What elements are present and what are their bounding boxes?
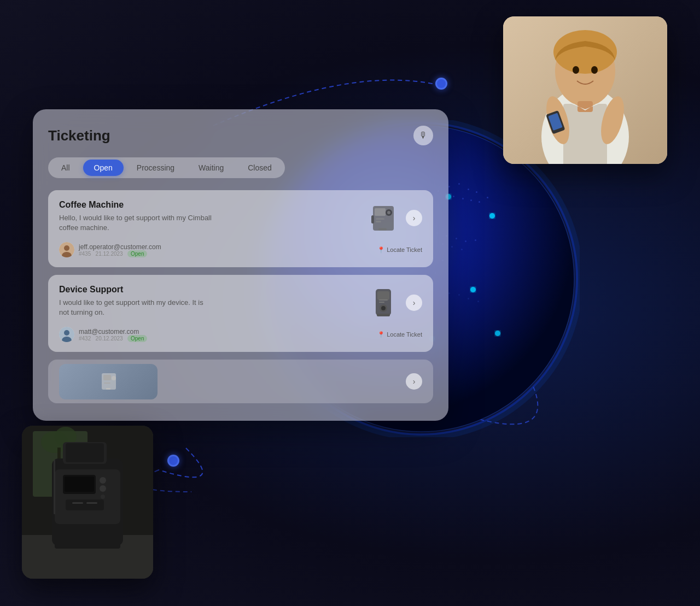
coffee-machine-image bbox=[22, 426, 153, 579]
ticket-2-email: matt@customer.com bbox=[79, 328, 147, 336]
svg-rect-151 bbox=[72, 502, 83, 504]
ticket-1-footer: jeff.operator@customer.com #435 21.12.20… bbox=[59, 242, 422, 257]
ticket-2-locate[interactable]: 📍 Locate Ticket bbox=[377, 331, 422, 338]
ticket-1-description: Hello, I would like to get support with … bbox=[59, 213, 212, 233]
ticket-card-partial: › bbox=[48, 360, 433, 403]
connector-dot-top bbox=[435, 78, 447, 90]
mic-icon: 🎙 bbox=[419, 131, 428, 140]
tab-waiting[interactable]: Waiting bbox=[188, 160, 235, 176]
ticket-card-device-support: Device Support I would like to get suppo… bbox=[48, 275, 433, 352]
filter-tabs: All Open Processing Waiting Closed bbox=[48, 157, 285, 178]
svg-rect-154 bbox=[55, 540, 120, 549]
ticket-1-locate[interactable]: 📍 Locate Ticket bbox=[377, 246, 422, 254]
svg-rect-153 bbox=[57, 510, 118, 519]
locate-icon-2: 📍 bbox=[377, 331, 385, 338]
svg-rect-112 bbox=[379, 302, 384, 303]
ticket-card-coffee-machine: Coffee Machine Hello, I would like to ge… bbox=[48, 190, 433, 267]
svg-rect-101 bbox=[376, 221, 381, 222]
photo-card-coffee-machine bbox=[22, 426, 153, 579]
page-title: Ticketing bbox=[48, 127, 110, 144]
ticket-2-title: Device Support bbox=[59, 285, 363, 295]
ticket-2-description: I would like to get support with my devi… bbox=[59, 298, 212, 317]
panel-header: Ticketing 🎙 bbox=[48, 126, 433, 145]
ticket-2-meta: #432 20.12.2023 Open bbox=[79, 336, 147, 342]
ticket-3-chevron[interactable]: › bbox=[406, 373, 422, 390]
ticketing-panel: Ticketing 🎙 All Open Processing Waiting … bbox=[33, 109, 448, 421]
ticket-1-meta: #435 21.12.2023 Open bbox=[79, 251, 161, 257]
svg-rect-102 bbox=[378, 228, 387, 231]
svg-rect-125 bbox=[563, 104, 607, 164]
tab-processing[interactable]: Processing bbox=[126, 160, 185, 176]
ticket-2-status: Open bbox=[127, 335, 147, 342]
svg-rect-121 bbox=[106, 388, 110, 390]
svg-point-148 bbox=[100, 485, 106, 492]
ticket-1-email: jeff.operator@customer.com bbox=[79, 243, 161, 251]
svg-rect-146 bbox=[65, 476, 94, 492]
ticket-2-avatar bbox=[59, 327, 74, 342]
svg-rect-103 bbox=[371, 215, 374, 223]
svg-point-149 bbox=[101, 495, 105, 499]
svg-rect-100 bbox=[376, 218, 384, 220]
svg-rect-152 bbox=[86, 502, 97, 504]
ticket-2-footer: matt@customer.com #432 20.12.2023 Open 📍… bbox=[59, 327, 422, 342]
svg-rect-113 bbox=[377, 314, 390, 316]
ticket-2-image bbox=[363, 285, 401, 320]
mic-button[interactable]: 🎙 bbox=[413, 126, 433, 145]
ticket-2-content: Device Support I would like to get suppo… bbox=[59, 285, 363, 317]
locate-icon: 📍 bbox=[377, 246, 385, 254]
svg-point-99 bbox=[387, 211, 390, 214]
connector-dot-bottom bbox=[167, 455, 179, 467]
svg-point-115 bbox=[64, 330, 69, 336]
svg-rect-118 bbox=[103, 375, 111, 380]
ticket-1-content: Coffee Machine Hello, I would like to ge… bbox=[59, 200, 363, 233]
photo-card-person bbox=[503, 16, 667, 164]
svg-rect-111 bbox=[379, 299, 388, 301]
svg-rect-120 bbox=[104, 383, 110, 384]
ticket-1-title: Coffee Machine bbox=[59, 200, 363, 210]
ticket-1-image bbox=[363, 200, 401, 236]
svg-point-105 bbox=[64, 245, 69, 251]
svg-point-147 bbox=[100, 477, 106, 484]
ticket-1-user: jeff.operator@customer.com #435 21.12.20… bbox=[59, 242, 161, 257]
ticket-2-user: matt@customer.com #432 20.12.2023 Open bbox=[59, 327, 147, 342]
tab-closed[interactable]: Closed bbox=[237, 160, 283, 176]
svg-point-119 bbox=[112, 376, 116, 380]
svg-point-110 bbox=[381, 306, 386, 310]
svg-point-128 bbox=[573, 66, 579, 74]
svg-rect-97 bbox=[375, 208, 386, 216]
svg-point-129 bbox=[591, 66, 598, 74]
ticket-1-avatar bbox=[59, 242, 74, 257]
tab-all[interactable]: All bbox=[50, 160, 81, 176]
svg-rect-108 bbox=[377, 291, 389, 300]
svg-rect-155 bbox=[54, 460, 55, 514]
ticket-1-status: Open bbox=[127, 250, 147, 257]
ticket-1-chevron[interactable]: › bbox=[406, 210, 422, 226]
svg-rect-150 bbox=[66, 499, 104, 510]
tab-open[interactable]: Open bbox=[83, 160, 124, 176]
svg-rect-143 bbox=[66, 443, 104, 462]
person-image bbox=[503, 16, 667, 164]
ticket-2-chevron[interactable]: › bbox=[406, 295, 422, 311]
